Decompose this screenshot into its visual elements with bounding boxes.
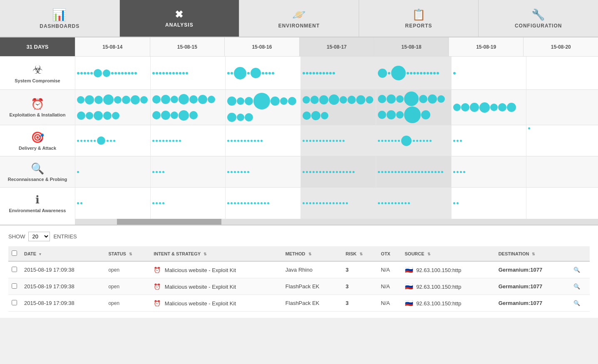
delivery-icon: 🎯 [31, 131, 44, 144]
sc-cell-0 [75, 57, 150, 89]
row2-action[interactable]: 🔍 [570, 278, 590, 295]
row1-checkbox[interactable] [12, 267, 17, 272]
env-cell-4 [376, 188, 451, 219]
nav-environment[interactable]: 🪐 ENVIRONMENT [239, 0, 359, 37]
date-15-08-15: 15-08-15 [150, 37, 225, 56]
analysis-label: ANALYSIS [165, 22, 194, 28]
days-label: 31 DAYS [0, 37, 75, 56]
row1-method: Java Rhino [282, 261, 342, 278]
col-intent[interactable]: INTENT & STRATEGY ⇅ [150, 246, 282, 261]
exp-cell-0 [75, 90, 150, 125]
status-sort-icon: ⇅ [129, 252, 132, 256]
nav-reports[interactable]: 📋 REPORTS [359, 0, 479, 37]
row2-intent: ⏰ Malicious website - Exploit Kit [150, 278, 282, 295]
environmental-icon: ℹ [35, 193, 40, 206]
row2-source: 🇷🇺 92.63.100.150:http [402, 278, 495, 295]
row3-method: FlashPack EK [282, 295, 342, 312]
row-exploitation: ⏰ Exploitation & Installation [0, 90, 598, 125]
nav-analysis[interactable]: ✖ ANALYSIS [120, 0, 240, 37]
dashboards-label: DASHBOARDS [40, 23, 79, 29]
col-destination[interactable]: DESTINATION ⇅ [495, 246, 570, 261]
date-15-08-14: 15-08-14 [75, 37, 150, 56]
row2-checkbox[interactable] [12, 283, 17, 289]
show-entries-row: SHOW 20 50 100 ENTRIES [8, 232, 590, 241]
nav-dashboards[interactable]: 📊 DASHBOARDS [0, 0, 120, 37]
date-15-08-20: 15-08-20 [523, 37, 598, 56]
col-status[interactable]: STATUS ⇅ [105, 246, 150, 261]
row-environmental: ℹ Environmental Awareness [0, 188, 598, 219]
row2-source-text: 92.63.100.150:http [416, 284, 461, 290]
del-cell-2 [225, 125, 300, 156]
row1-risk: 3 [342, 261, 377, 278]
dashboards-icon: 📊 [52, 8, 67, 22]
row3-otx: N/A [377, 295, 401, 312]
exp-cell-6 [526, 90, 598, 125]
env-cell-5 [451, 188, 526, 219]
date-15-08-19: 15-08-19 [449, 37, 524, 56]
entries-label: ENTRIES [53, 233, 77, 240]
timeline-header: 31 DAYS 15-08-14 15-08-15 15-08-16 15-08… [0, 37, 598, 57]
row2-checkbox-cell [8, 278, 21, 295]
reconnaissance-label: Reconnaissance & Probing [8, 177, 67, 182]
row3-checkbox[interactable] [12, 300, 17, 305]
row1-status: open [105, 261, 150, 278]
row3-date: 2015-08-19 17:09:38 [21, 295, 105, 312]
row3-intent-text: Malicious website - Exploit Kit [165, 300, 236, 307]
environmental-label: Environmental Awareness [9, 208, 66, 213]
sc-cell-5 [451, 57, 526, 89]
rec-cell-2 [225, 156, 300, 187]
row2-otx: N/A [377, 278, 401, 295]
sc-cell-6 [526, 57, 598, 89]
exp-cell-3 [300, 90, 376, 125]
row3-risk: 3 [342, 295, 377, 312]
scrollbar-thumb[interactable] [117, 219, 221, 225]
col-action [570, 246, 590, 261]
intent-sort-icon: ⇅ [203, 252, 207, 256]
dest-sort-icon: ⇅ [532, 252, 535, 256]
row1-flag: 🇷🇺 [405, 266, 413, 273]
nav-configuration[interactable]: 🔧 CONFIGURATION [479, 0, 598, 37]
bottom-panel: SHOW 20 50 100 ENTRIES DATE ▾ STATUS ⇅ [0, 225, 598, 318]
exp-cell-2 [225, 90, 300, 125]
env-cell-6 [526, 188, 598, 219]
reports-icon: 📋 [412, 8, 426, 21]
row3-intent: ⏰ Malicious website - Exploit Kit [150, 295, 282, 312]
configuration-label: CONFIGURATION [515, 23, 562, 29]
env-cell-3 [300, 188, 376, 219]
row3-intent-icon: ⏰ [154, 300, 161, 307]
col-date[interactable]: DATE ▾ [21, 246, 105, 261]
rec-cell-4 [376, 156, 451, 187]
entries-select[interactable]: 20 50 100 [28, 232, 50, 241]
method-sort-icon: ⇅ [308, 252, 312, 256]
row1-action[interactable]: 🔍 [570, 261, 590, 278]
rec-cell-3 [300, 156, 376, 187]
table-row: 2015-08-19 17:09:38 open ⏰ Malicious web… [8, 278, 590, 295]
row1-otx: N/A [377, 261, 401, 278]
row3-source-text: 92.63.100.150:http [416, 300, 461, 307]
del-cell-5 [451, 125, 526, 156]
row-label-system-compromise: ☣ System Compromise [0, 57, 75, 89]
col-method[interactable]: METHOD ⇅ [282, 246, 342, 261]
delivery-label: Delivery & Attack [19, 146, 56, 151]
environment-label: ENVIRONMENT [278, 23, 320, 29]
row1-source-text: 92.63.100.150:http [416, 267, 461, 273]
reports-label: REPORTS [405, 23, 432, 29]
main-nav: 📊 DASHBOARDS ✖ ANALYSIS 🪐 ENVIRONMENT 📋 … [0, 0, 598, 37]
exploitation-label: Exploitation & Installation [9, 112, 65, 117]
row2-status-text: open [108, 284, 119, 290]
row1-status-text: open [108, 267, 119, 273]
timeline-scrollbar[interactable] [75, 219, 598, 225]
rec-cell-0 [75, 156, 150, 187]
reconnaissance-icon: 🔍 [31, 162, 44, 175]
date-15-08-17: 15-08-17 [299, 37, 374, 56]
col-risk[interactable]: RISK ⇅ [342, 246, 377, 261]
select-all-checkbox[interactable] [12, 250, 17, 256]
del-cell-0 [75, 125, 150, 156]
date-15-08-18: 15-08-18 [374, 37, 449, 56]
col-source[interactable]: SOURCE ⇅ [402, 246, 495, 261]
sc-cell-1 [150, 57, 226, 89]
row3-status: open [105, 295, 150, 312]
row2-risk: 3 [342, 278, 377, 295]
row3-action[interactable]: 🔍 [570, 295, 590, 312]
table-row: 2015-08-19 17:09:38 open ⏰ Malicious web… [8, 295, 590, 312]
